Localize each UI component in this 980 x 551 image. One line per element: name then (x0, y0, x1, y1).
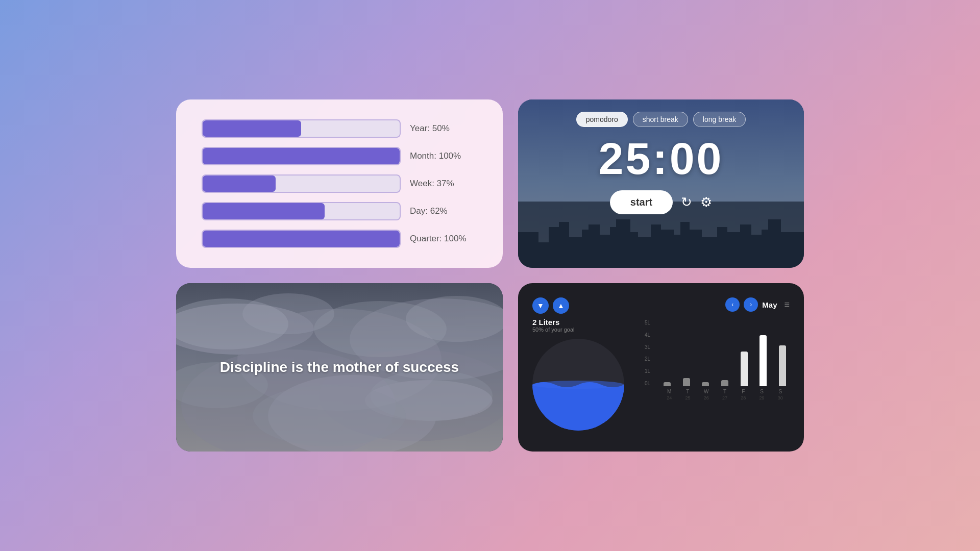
progress-fill-quarter (203, 231, 400, 247)
timer-tabs: pomodoro short break long break (576, 112, 746, 127)
progress-row-year: Year: 50% (202, 119, 477, 138)
svg-point-32 (253, 385, 406, 446)
bar-t2 (718, 320, 732, 386)
bar-fill-s1 (760, 335, 767, 386)
progress-row-week: Week: 37% (202, 174, 477, 193)
tab-short-break[interactable]: short break (633, 112, 688, 127)
y-label-0l: 0L (645, 381, 657, 386)
bar-s1 (756, 320, 771, 386)
card-quote: Discipline is the mother of success (176, 283, 503, 452)
x-date-27: 27 (716, 395, 734, 400)
svg-point-35 (532, 381, 624, 389)
y-axis-labels: 5L 4L 3L 2L 1L 0L (645, 320, 657, 386)
tab-pomodoro[interactable]: pomodoro (576, 112, 628, 127)
x-axis-dates: 24 25 26 27 28 29 30 (660, 395, 790, 400)
progress-track-day (202, 202, 401, 220)
timer-display: 25:00 (598, 136, 723, 181)
x-date-25: 25 (678, 395, 697, 400)
water-decrease-button[interactable]: ▼ (532, 297, 549, 314)
progress-fill-month (203, 148, 400, 164)
card-timer: pomodoro short break long break 25:00 st… (518, 99, 804, 268)
water-goal: 50% of your goal (532, 327, 634, 333)
x-date-26: 26 (697, 395, 716, 400)
card-water: ▼ ▲ 2 Liters 50% of your goal (518, 283, 804, 452)
bar-m (660, 320, 674, 386)
bar-fill-t1 (683, 378, 690, 386)
water-circle (532, 339, 624, 431)
progress-label-year: Year: 50% (410, 123, 450, 134)
water-tracker: ▼ ▲ 2 Liters 50% of your goal (532, 297, 634, 437)
x-date-24: 24 (660, 395, 678, 400)
bar-s2 (775, 320, 790, 386)
y-label-3l: 3L (645, 344, 657, 350)
bar-f (737, 320, 751, 386)
bars-area: M T W T F S S 24 25 26 (660, 320, 790, 437)
bar-w (698, 320, 713, 386)
progress-track-month (202, 147, 401, 165)
y-label-1l: 1L (645, 368, 657, 374)
refresh-icon[interactable]: ↻ (681, 194, 692, 210)
water-calendar: ‹ › May ≡ 5L 4L 3L 2L 1L 0L (645, 297, 790, 437)
calendar-prev-button[interactable]: ‹ (725, 297, 740, 312)
chart-area: 5L 4L 3L 2L 1L 0L (645, 320, 790, 437)
x-date-29: 29 (752, 395, 771, 400)
calendar-menu-icon[interactable]: ≡ (784, 299, 790, 310)
progress-label-quarter: Quarter: 100% (410, 234, 467, 244)
x-day-t1: T (678, 389, 697, 394)
progress-fill-year (203, 120, 301, 137)
progress-fill-week (203, 176, 276, 192)
progress-row-month: Month: 100% (202, 147, 477, 165)
water-amount: 2 Liters (532, 318, 634, 327)
progress-label-month: Month: 100% (410, 151, 461, 161)
y-label-2l: 2L (645, 356, 657, 362)
bar-t1 (679, 320, 694, 386)
progress-label-week: Week: 37% (410, 179, 454, 189)
timer-controls: start ↻ ⚙ (610, 190, 712, 214)
water-info: 2 Liters 50% of your goal (532, 318, 634, 333)
x-day-f: F (734, 389, 752, 394)
bar-fill-w (702, 382, 709, 386)
progress-label-day: Day: 62% (410, 206, 448, 216)
quote-text: Discipline is the mother of success (194, 357, 484, 377)
x-day-t2: T (716, 389, 734, 394)
progress-track-week (202, 174, 401, 193)
water-controls: ▼ ▲ (532, 297, 634, 314)
settings-icon[interactable]: ⚙ (700, 194, 712, 210)
timer-content: pomodoro short break long break 25:00 st… (518, 99, 804, 268)
water-circle-container (532, 339, 624, 431)
x-date-30: 30 (771, 395, 790, 400)
tab-long-break[interactable]: long break (693, 112, 746, 127)
x-day-w: W (697, 389, 716, 394)
water-increase-button[interactable]: ▲ (553, 297, 569, 314)
calendar-month: May (762, 300, 777, 309)
card-progress: Year: 50% Month: 100% Week: 37% Day: 62%… (176, 99, 503, 268)
x-date-28: 28 (734, 395, 752, 400)
progress-fill-day (203, 203, 325, 219)
y-label-5l: 5L (645, 320, 657, 325)
bar-fill-s2 (779, 345, 786, 386)
start-button[interactable]: start (610, 190, 673, 214)
bar-fill-f (741, 352, 748, 386)
water-wave-svg (532, 339, 624, 431)
bars-container (660, 320, 790, 386)
progress-row-quarter: Quarter: 100% (202, 230, 477, 248)
y-label-4l: 4L (645, 332, 657, 338)
bar-fill-t2 (721, 380, 728, 386)
calendar-header: ‹ › May ≡ (645, 297, 790, 312)
app-grid: Year: 50% Month: 100% Week: 37% Day: 62%… (176, 99, 804, 452)
calendar-next-button[interactable]: › (744, 297, 758, 312)
x-axis-days: M T W T F S S (660, 389, 790, 394)
bar-fill-m (664, 382, 671, 386)
progress-track-quarter (202, 230, 401, 248)
x-day-s2: S (771, 389, 790, 394)
x-day-s1: S (752, 389, 771, 394)
progress-track-year (202, 119, 401, 138)
chart-content: 5L 4L 3L 2L 1L 0L (645, 320, 790, 437)
progress-row-day: Day: 62% (202, 202, 477, 220)
x-day-m: M (660, 389, 678, 394)
